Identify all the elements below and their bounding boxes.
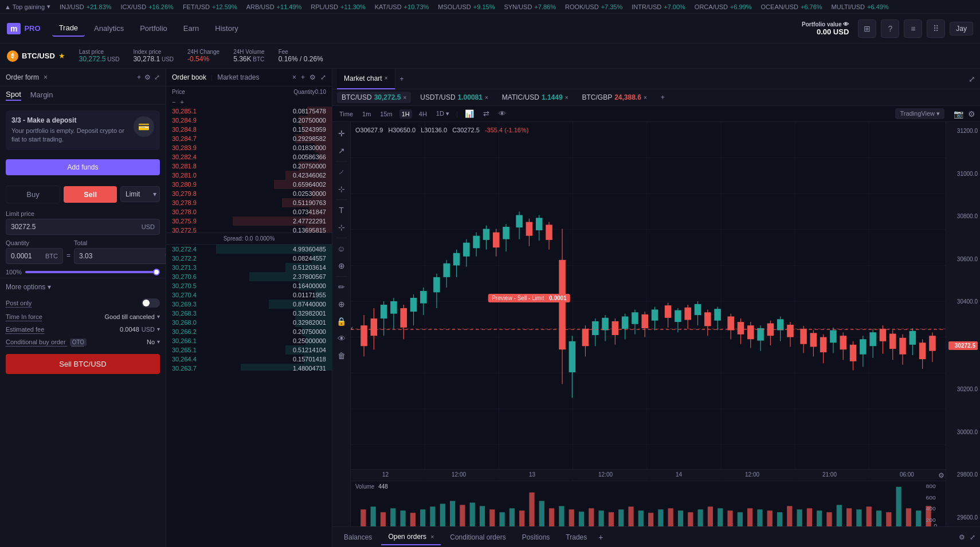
nav-portfolio[interactable]: Portfolio (133, 21, 174, 36)
filter-plus[interactable]: + (180, 99, 183, 105)
nav-analytics[interactable]: Analytics (87, 21, 131, 36)
slider-thumb[interactable] (153, 269, 160, 276)
sell-order-8[interactable]: 30,281.0 0.42346062 (166, 171, 332, 180)
ticker-multi[interactable]: MULTI/USD +6.49% (832, 3, 889, 10)
sell-order-6[interactable]: 30,282.4 0.00586366 (166, 152, 332, 162)
tool-text[interactable]: T (334, 202, 350, 218)
sell-order-7[interactable]: 30,281.8 0.20750000 (166, 162, 332, 171)
buy-order-11[interactable]: 30,266.1 0.25000000 (166, 336, 332, 345)
filter-minus[interactable]: − (172, 99, 175, 105)
time-btn-1d[interactable]: 1D ▾ (434, 109, 452, 119)
sell-order-11[interactable]: 30,278.9 0.51190763 (166, 198, 332, 207)
ticker-rook[interactable]: ROOK/USD +7.35% (565, 3, 622, 10)
add-funds-button[interactable]: Add funds (6, 159, 160, 175)
tab-add-button[interactable]: + (598, 533, 603, 542)
sell-button[interactable]: Sell (64, 186, 117, 203)
tab-balances[interactable]: Balances (337, 530, 379, 545)
chart-sym-maticusd-close[interactable]: × (565, 95, 569, 101)
quantity-slider[interactable] (25, 271, 160, 273)
chart-sym-btcgbp[interactable]: BTC/GBP 24,388.6 × (577, 92, 651, 103)
post-only-toggle[interactable] (142, 298, 160, 308)
chart-tab-add[interactable]: + (395, 75, 409, 83)
decimal-selector[interactable]: 0.10 (315, 89, 326, 95)
buy-order-8[interactable]: 30,268.3 0.32982001 (166, 309, 332, 318)
buy-order-7[interactable]: 30,269.3 0.87440000 (166, 300, 332, 309)
nav-earn[interactable]: Earn (177, 21, 206, 36)
estimated-fee-value-wrap[interactable]: 0.0048 USD ▾ (120, 326, 160, 333)
time-btn-1h[interactable]: 1H (399, 109, 412, 119)
chart-fullscreen[interactable]: ⤢ (969, 74, 975, 84)
sell-order-2[interactable]: 30,284.9 0.20750000 (166, 116, 332, 125)
buy-order-10[interactable]: 30,266.2 0.20750000 (166, 327, 332, 336)
ticker-msol[interactable]: MSOL/USD +9.15% (438, 3, 495, 10)
tab-open-orders[interactable]: Open orders × (381, 529, 441, 545)
buy-order-12[interactable]: 30,265.1 0.51214104 (166, 345, 332, 355)
ticker-kat[interactable]: KAT/USD +10.73% (375, 3, 429, 10)
favorite-star[interactable]: ★ (58, 52, 65, 60)
quantity-input[interactable] (11, 252, 45, 260)
tab-market-trades[interactable]: Market trades (217, 73, 259, 81)
chart-tab-close[interactable]: × (385, 75, 388, 81)
apps-btn[interactable]: ⠿ (927, 19, 945, 38)
quantity-input-wrap[interactable]: BTC (6, 248, 63, 264)
chart-sym-btcusd-close[interactable]: × (403, 95, 406, 101)
nav-history[interactable]: History (208, 21, 245, 36)
orderbook-settings[interactable]: ⚙ (309, 73, 316, 81)
tool-shapes[interactable]: ⊹ (334, 219, 350, 235)
ticker-orca[interactable]: ORCA/USD +6.99% (695, 3, 752, 10)
chart-candle-btn[interactable]: 📊 (462, 108, 476, 119)
order-form-expand[interactable]: ⤢ (154, 73, 160, 81)
chart-scroll-left[interactable]: ‹ (351, 324, 353, 332)
buy-order-1[interactable]: 30,272.4 4.99360485 (166, 245, 332, 254)
tab-orderbook[interactable]: Order book (172, 73, 206, 81)
limit-price-input-wrap[interactable]: USD (6, 219, 160, 235)
time-btn-4h[interactable]: 4H (417, 109, 429, 119)
buy-button[interactable]: Buy (6, 186, 60, 203)
buy-order-14[interactable]: 30,263.7 1.48004731 (166, 364, 332, 371)
tradingview-badge[interactable]: TradingView ▾ (895, 108, 944, 119)
buy-order-4[interactable]: 30,270.6 2.37800567 (166, 272, 332, 281)
tool-emoji[interactable]: ☺ (334, 241, 350, 257)
sell-order-14[interactable]: 30,272.5 0.13695815 (166, 226, 332, 233)
help-btn[interactable]: ? (881, 19, 899, 38)
chart-photo-btn[interactable]: 📷 (954, 109, 963, 119)
orderbook-add[interactable]: + (301, 73, 305, 81)
buy-order-6[interactable]: 30,270.4 0.01171955 (166, 290, 332, 300)
chart-compare-btn[interactable]: ⇄ (481, 108, 492, 119)
time-btn-1m[interactable]: 1m (360, 109, 373, 119)
time-btn-15m[interactable]: 15m (378, 109, 394, 119)
sell-order-10[interactable]: 30,279.8 0.02530000 (166, 189, 332, 198)
limit-price-input[interactable] (11, 223, 142, 231)
sell-order-9[interactable]: 30,280.9 0.65964002 (166, 180, 332, 189)
chart-sym-maticusd[interactable]: MATIC/USD 1.1449 × (497, 92, 573, 103)
sell-order-12[interactable]: 30,278.0 0.07341847 (166, 207, 332, 217)
sell-order-5[interactable]: 30,283.9 0.01830000 (166, 143, 332, 152)
sell-action-button[interactable]: Sell BTC/USD (6, 354, 160, 374)
tab-trades[interactable]: Trades (559, 530, 594, 545)
order-form-add[interactable]: + (137, 73, 141, 81)
chart-settings-btn[interactable]: ⚙ (968, 109, 975, 119)
total-input-wrap[interactable]: USD (74, 248, 166, 264)
chart-indicators-btn[interactable]: 👁 (496, 108, 508, 119)
settings-btn[interactable]: ≡ (904, 19, 922, 38)
ticker-ocean[interactable]: OCEAN/USD +6.76% (761, 3, 822, 10)
total-input[interactable] (79, 252, 165, 260)
time-btn-time[interactable]: Time (337, 109, 355, 119)
user-menu[interactable]: Jay (950, 22, 973, 36)
tool-pencil[interactable]: ✏ (334, 279, 350, 295)
chart-tab-market[interactable]: Market chart × (337, 69, 395, 89)
tab-open-orders-close[interactable]: × (430, 534, 434, 540)
symbol-selector[interactable]: ₿ BTC/USD ★ (7, 50, 65, 62)
bottom-expand[interactable]: ⤢ (970, 533, 975, 541)
bottom-settings[interactable]: ⚙ (959, 533, 965, 541)
orderbook-close[interactable]: × (292, 73, 296, 81)
tool-magnet[interactable]: ⊕ (334, 296, 350, 312)
buy-order-13[interactable]: 30,264.4 0.15701418 (166, 355, 332, 364)
chart-settings-bottom[interactable]: ⚙ (938, 471, 944, 479)
order-form-settings[interactable]: ⚙ (144, 73, 151, 81)
tool-eye[interactable]: 👁 (334, 330, 350, 347)
more-options-toggle[interactable]: More options ▾ (0, 278, 166, 296)
tab-conditional-orders[interactable]: Conditional orders (443, 530, 512, 545)
conditional-value-wrap[interactable]: No ▾ (147, 339, 160, 345)
ticker-syn[interactable]: SYN/USD +7.86% (504, 3, 556, 10)
